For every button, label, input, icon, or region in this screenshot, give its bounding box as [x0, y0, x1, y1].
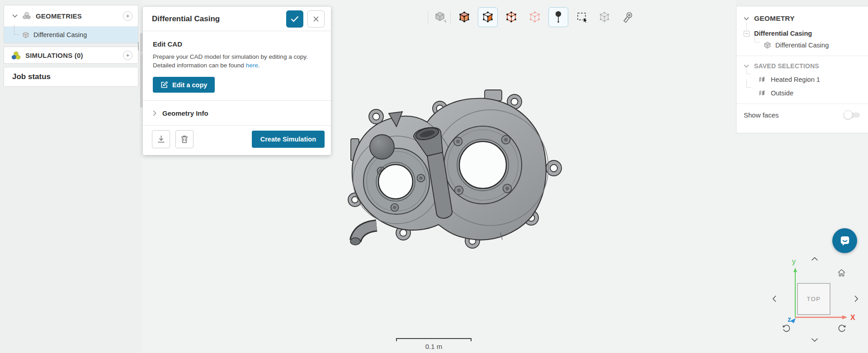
geometry-header-label: GEOMETRY	[754, 14, 795, 23]
tree-item-child[interactable]: Differential Casing	[736, 37, 868, 49]
rotate-ccw-button[interactable]	[781, 322, 792, 333]
dialog-title: Differential Casing	[152, 14, 286, 24]
close-button[interactable]	[307, 10, 325, 28]
cubes-stack-icon	[22, 12, 31, 20]
tree-item-parent[interactable]: − Differential Casing	[736, 23, 868, 37]
scale-bar-label: 0.1 m	[396, 343, 472, 350]
select-bodies-cube-icon	[434, 11, 447, 24]
measure-button[interactable]	[618, 7, 638, 27]
simulation-cubes-icon	[11, 51, 21, 60]
x-axis-label: X	[850, 314, 855, 321]
box-select-icon	[576, 11, 589, 24]
select-volumes-button[interactable]	[454, 7, 474, 27]
add-simulation-button[interactable]: +	[123, 51, 132, 60]
here-link[interactable]: here	[246, 62, 258, 69]
edit-cad-description: Prepare your CAD model for simulation by…	[153, 52, 321, 70]
edit-a-copy-button[interactable]: Edit a copy	[153, 77, 215, 93]
saved-selection-label: Outside	[771, 89, 793, 97]
select-assembly-button	[594, 7, 614, 27]
chevron-right-icon	[854, 295, 859, 302]
chevron-down-icon	[811, 338, 818, 342]
probe-point-button[interactable]	[548, 7, 568, 27]
toolbar-separator	[428, 11, 428, 24]
geometry-info-toggle[interactable]: Geometry Info	[143, 100, 331, 126]
sidebar-item-differential-casing[interactable]: Differential Casing	[4, 27, 138, 43]
rotate-cw-icon	[837, 323, 847, 333]
show-faces-row: Show faces	[736, 104, 868, 119]
toggle-knob	[844, 110, 853, 119]
rotate-cw-button[interactable]	[836, 322, 847, 333]
show-faces-toggle[interactable]	[844, 110, 861, 119]
saved-selection-outside[interactable]: Outside	[736, 83, 868, 97]
rotate-up-button[interactable]	[810, 255, 820, 263]
dialog-scrollbar[interactable]	[140, 33, 143, 108]
measure-tape-icon	[622, 11, 635, 24]
simulations-label: SIMULATIONS (0)	[25, 52, 123, 59]
collapse-minus-icon[interactable]: −	[744, 31, 750, 37]
chevron-down-icon	[12, 14, 18, 18]
geometries-header[interactable]: GEOMETRIES +	[4, 5, 138, 26]
chevron-down-icon	[744, 17, 749, 20]
faces-selection-icon	[758, 75, 766, 83]
differential-casing-model[interactable]	[341, 84, 572, 260]
saved-selections-label: SAVED SELECTIONS	[754, 62, 819, 70]
select-faces-cube-icon	[481, 11, 494, 24]
home-icon	[837, 268, 846, 277]
confirm-button[interactable]	[286, 10, 303, 28]
tree-connector	[14, 25, 19, 35]
delete-button[interactable]	[175, 130, 193, 148]
rotate-down-button[interactable]	[810, 336, 820, 344]
select-bodies-button[interactable]	[431, 7, 451, 27]
geometry-item-label: Differential Casing	[33, 31, 87, 38]
y-axis-label: y	[792, 258, 796, 265]
select-assembly-cube-icon	[598, 11, 611, 24]
tree-connector	[746, 80, 751, 88]
faces-selection-icon	[758, 89, 766, 97]
chevron-left-icon	[772, 295, 777, 302]
saved-selection-label: Heated Region 1	[771, 76, 820, 83]
check-icon	[291, 16, 299, 22]
select-vertices-cube-icon	[528, 11, 541, 24]
cube-icon	[22, 32, 29, 38]
dialog-header: Differential Casing	[143, 7, 331, 31]
chat-icon	[838, 234, 852, 248]
download-button[interactable]	[152, 130, 170, 148]
home-view-button[interactable]	[836, 268, 846, 278]
view-cube-label: TOP	[807, 296, 821, 302]
geometry-info-label: Geometry Info	[162, 109, 208, 117]
add-geometry-button[interactable]: +	[123, 11, 132, 21]
close-icon	[313, 16, 319, 22]
job-status-label: Job status	[4, 67, 138, 81]
geometry-panel: GEOMETRY − Differential Casing Different…	[736, 6, 868, 133]
select-volumes-cube-icon	[458, 11, 471, 24]
rotate-left-button[interactable]	[771, 294, 778, 304]
chevron-right-icon	[153, 110, 156, 116]
saved-selection-heated-region[interactable]: Heated Region 1	[736, 70, 868, 83]
rotate-ccw-icon	[782, 323, 791, 333]
edit-cad-heading: Edit CAD	[153, 40, 321, 48]
tree-parent-label: Differential Casing	[754, 30, 812, 37]
support-chat-button[interactable]	[832, 228, 857, 253]
select-faces-button[interactable]	[478, 7, 498, 27]
chevron-up-icon	[811, 257, 818, 261]
probe-pin-icon	[554, 11, 563, 24]
show-faces-label: Show faces	[744, 111, 844, 119]
geometry-section-header[interactable]: GEOMETRY	[736, 6, 868, 23]
edit-pencil-icon	[160, 81, 168, 89]
saved-selections-header[interactable]: SAVED SELECTIONS	[736, 56, 868, 70]
view-cube-top-face[interactable]: TOP	[797, 283, 830, 315]
box-select-button[interactable]	[572, 7, 592, 27]
select-edges-cube-icon	[505, 11, 518, 24]
tree-connector	[746, 23, 747, 30]
create-simulation-button[interactable]: Create Simulation	[252, 131, 325, 148]
trash-icon	[181, 135, 188, 143]
scale-bar	[396, 338, 472, 341]
download-icon	[157, 135, 165, 143]
simulations-card[interactable]: SIMULATIONS (0) +	[4, 47, 138, 64]
select-edges-button[interactable]	[501, 7, 521, 27]
rotate-right-button[interactable]	[853, 294, 860, 304]
job-status-card: Job status	[4, 67, 138, 87]
tree-child-label: Differential Casing	[775, 42, 829, 49]
chevron-down-icon	[744, 64, 749, 68]
tree-connector	[755, 36, 760, 42]
